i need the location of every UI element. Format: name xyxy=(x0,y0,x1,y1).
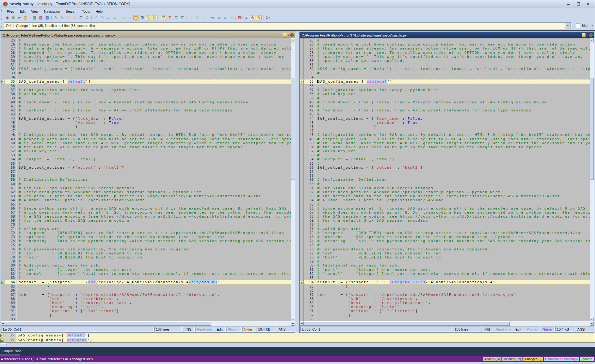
menu-help[interactable]: Help xyxy=(93,9,105,14)
diff-arrow-right-icon[interactable]: ▶ xyxy=(1,281,4,284)
code-text xyxy=(17,129,291,133)
line-number: 45 xyxy=(304,121,315,125)
scroll-down-button[interactable]: ▼ xyxy=(590,317,594,321)
code-lines[interactable]: 25#26# Based upon the lock_down configur… xyxy=(300,38,590,321)
scroll-right-button[interactable]: ▶ xyxy=(291,321,295,326)
toolbar-overflow-chevron[interactable]: ▾ xyxy=(591,24,593,27)
diff-dropdown-button[interactable]: ▼ xyxy=(565,23,571,28)
menu-tools[interactable]: Tools xyxy=(79,9,93,14)
code-line: 60# xyxy=(300,182,590,186)
filter-all-diffs-icon[interactable]: ▽ xyxy=(161,15,166,20)
filter-deleted-icon[interactable]: ▽ xyxy=(167,15,173,20)
menu-navigation[interactable]: Navigation xyxy=(41,9,63,14)
preview-scrollbar[interactable] xyxy=(0,343,595,347)
preview-diff-row[interactable]: ▶35SAS_config_names=['default'] xyxy=(0,333,595,338)
open-folder-icon[interactable]: ▤ xyxy=(23,15,29,20)
horizontal-scrollbar[interactable]: ◀▶ xyxy=(1,321,295,326)
minimize-button[interactable]: – xyxy=(566,2,571,6)
line-details-icon[interactable]: ≡ xyxy=(244,15,249,20)
pane-header-left[interactable]: C:\Program Files\Python\Python37\Lib\sit… xyxy=(1,32,295,38)
show-whitespace-icon[interactable]: ☑ xyxy=(152,15,157,20)
split-view-icon[interactable]: ⊞ xyxy=(139,15,145,20)
find-next-icon[interactable]: ∞ xyxy=(216,15,222,20)
badge-changed-in-changed[interactable]: Changed in changed(8) xyxy=(544,357,580,361)
output-pane-tab[interactable] xyxy=(0,354,20,356)
badge-deleted[interactable]: Deleted(0,2) xyxy=(502,357,522,361)
file-pane-left: C:\Program Files\Python\Python37\Lib\sit… xyxy=(1,32,295,333)
vertical-scroll-track[interactable] xyxy=(291,42,295,317)
scroll-right-button[interactable]: ▶ xyxy=(590,321,594,326)
toolbar-grip[interactable] xyxy=(1,15,2,20)
diff-arrow-left-icon[interactable]: ◀ xyxy=(300,80,303,83)
copy-first-icon[interactable]: A xyxy=(66,15,71,20)
pane-header-right[interactable]: C:\Program Files\Python\Python37\Lib\sit… xyxy=(300,32,594,38)
filter-ignored-icon[interactable]: ▽ xyxy=(179,15,185,20)
menubar-grip[interactable] xyxy=(1,9,2,13)
refresh-icon[interactable]: ⟳ xyxy=(11,15,16,20)
menu-view[interactable]: View xyxy=(28,9,41,14)
copy-block-right-icon[interactable]: → xyxy=(106,15,111,20)
copy-second-icon[interactable]: A xyxy=(72,15,77,20)
save-both-icon[interactable]: ▦ xyxy=(44,15,50,20)
print-icon[interactable]: ⊟ xyxy=(78,15,84,20)
preview-icon[interactable]: ⊙ xyxy=(84,15,90,20)
maximize-button[interactable]: ❐ xyxy=(575,2,581,6)
vertical-scrollbar[interactable]: ▲▼ xyxy=(590,38,594,321)
menu-files[interactable]: Files xyxy=(4,9,17,14)
horizontal-scrollbar[interactable]: ◀▶ xyxy=(300,321,594,326)
badge-changed[interactable]: Changed(8) xyxy=(523,357,543,361)
badge-ignored[interactable]: Ignored xyxy=(580,357,594,361)
preview-diff-row[interactable]: ◀35SAS_config_names=['winlocal'] xyxy=(0,338,595,343)
scroll-down-button[interactable]: ▼ xyxy=(291,317,295,321)
horizontal-scroll-track[interactable] xyxy=(304,321,590,326)
find-icon[interactable]: ∞ xyxy=(210,15,215,20)
scroll-left-button[interactable]: ◀ xyxy=(1,321,5,326)
diffbar-grip[interactable] xyxy=(1,24,2,28)
diff-arrow-right-icon[interactable]: ▶ xyxy=(1,80,4,83)
vertical-scroll-thumb[interactable] xyxy=(291,78,295,180)
preview-scrollbar-thumb[interactable] xyxy=(1,343,7,346)
horizontal-scroll-track[interactable] xyxy=(5,321,291,326)
horizontal-scroll-thumb[interactable] xyxy=(304,321,510,326)
menu-search[interactable]: Search xyxy=(63,9,79,14)
copy-path-dropdown-icon[interactable]: ▾ xyxy=(288,34,289,37)
copy-block-left-icon[interactable]: ← xyxy=(112,15,117,20)
close-button[interactable]: ✕ xyxy=(585,2,591,6)
show-deleted-icon[interactable]: □ xyxy=(127,15,133,20)
horizontal-scroll-thumb[interactable] xyxy=(5,321,211,326)
show-identical-icon[interactable]: □ xyxy=(121,15,126,20)
edit-plugins-icon[interactable]: ✎ xyxy=(256,15,262,20)
compare-icon[interactable]: ◉ xyxy=(4,15,10,20)
menu-edit[interactable]: Edit xyxy=(17,9,28,14)
vertical-scrollbar[interactable]: ▲▼ xyxy=(291,38,295,321)
diff-selector[interactable]: Diff 1: Change 1 line (35, first file) t… xyxy=(4,22,571,29)
swap-panes-icon[interactable]: ⇌ xyxy=(17,15,22,20)
sync-scroll-icon[interactable]: ⇅ xyxy=(146,15,151,20)
current-diff-icon[interactable]: ▮ xyxy=(195,15,200,20)
diff-arrow-left-icon[interactable]: ◀ xyxy=(300,281,303,284)
copy-path-icon[interactable] xyxy=(283,33,287,37)
save-second-icon[interactable]: ▦ xyxy=(38,15,44,20)
save-first-icon[interactable]: ▦ xyxy=(32,15,37,20)
view-options-icon[interactable]: ⊡ xyxy=(237,15,243,20)
badge-added[interactable]: Added(0,3) xyxy=(483,357,501,361)
settings-icon[interactable]: ⚙ xyxy=(265,15,271,20)
edit-second-icon[interactable]: ✎ xyxy=(60,15,65,20)
copy-path-icon[interactable] xyxy=(582,33,586,37)
skip-checkbox[interactable] xyxy=(576,24,580,28)
copy-path-dropdown-icon[interactable]: ▾ xyxy=(586,34,588,37)
scroll-up-button[interactable]: ▲ xyxy=(291,38,295,42)
edit-first-icon[interactable]: ✎ xyxy=(53,15,59,20)
scroll-up-button[interactable]: ▲ xyxy=(590,38,594,42)
code-lines[interactable]: 25#26# Based upon the lock_down configur… xyxy=(1,38,291,321)
find-prev-icon[interactable]: ∞ xyxy=(222,15,228,20)
vertical-scroll-thumb[interactable] xyxy=(590,78,594,180)
next-diff-icon[interactable]: ↓ xyxy=(201,15,206,20)
plugins-icon[interactable]: ⊕ xyxy=(250,15,255,20)
show-changed-icon[interactable]: ◫ xyxy=(133,15,139,20)
scroll-left-button[interactable]: ◀ xyxy=(300,321,304,326)
vertical-scroll-track[interactable] xyxy=(590,42,594,317)
code-line: 73# 'options' - SAS options to include i… xyxy=(300,235,590,239)
code-text: # These need path to SASHome and optiona… xyxy=(17,190,291,194)
filter-changed-icon[interactable]: ▽ xyxy=(173,15,179,20)
